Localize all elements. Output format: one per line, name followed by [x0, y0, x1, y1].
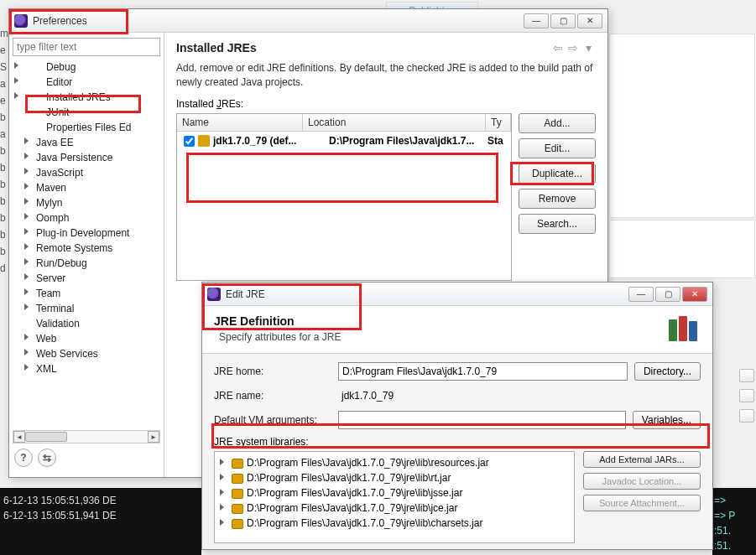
tree-item-team[interactable]: Team	[13, 286, 160, 301]
tree-scrollbar[interactable]: ◄ ►	[13, 430, 160, 443]
tree-item-label: JUnit	[46, 106, 69, 118]
vm-args-input[interactable]	[338, 411, 626, 429]
mini-icon[interactable]	[739, 389, 754, 402]
add-button[interactable]: Add...	[519, 113, 596, 133]
syslib-tree[interactable]: D:\Program Files\Java\jdk1.7.0_79\jre\li…	[214, 451, 575, 543]
edit-jre-title: Edit JRE	[226, 288, 628, 300]
vm-args-label: Default VM arguments:	[214, 414, 331, 426]
tree-item-oomph[interactable]: Oomph	[13, 210, 160, 226]
tree-item-server[interactable]: Server	[13, 271, 160, 286]
expand-icon[interactable]	[24, 303, 29, 310]
col-type[interactable]: Ty	[486, 114, 511, 131]
tree-item-web-services[interactable]: Web Services	[13, 346, 160, 361]
preference-tree[interactable]: DebugEditorInstalled JREsJUnitProperties…	[13, 60, 160, 427]
expand-icon[interactable]	[220, 474, 224, 480]
tree-item-remote-systems[interactable]: Remote Systems	[13, 241, 160, 256]
expand-icon[interactable]	[24, 349, 29, 355]
jar-icon	[232, 459, 243, 469]
tree-item-web[interactable]: Web	[13, 331, 160, 346]
scroll-thumb[interactable]	[25, 432, 67, 442]
expand-icon[interactable]	[24, 228, 29, 235]
expand-icon[interactable]	[24, 258, 29, 265]
tree-item-plug-in-development[interactable]: Plug-in Development	[13, 226, 160, 241]
tree-item-label: Plug-in Development	[36, 227, 129, 239]
expand-icon[interactable]	[24, 137, 29, 144]
expand-icon[interactable]	[14, 77, 18, 84]
variables-button[interactable]: Variables...	[633, 411, 701, 429]
javadoc-location-button[interactable]: Javadoc Location...	[583, 473, 701, 490]
minimize-button[interactable]: —	[628, 287, 654, 302]
close-button[interactable]: ✕	[682, 287, 707, 302]
expand-icon[interactable]	[24, 273, 29, 280]
expand-icon[interactable]	[24, 198, 29, 205]
search-button[interactable]: Search...	[519, 214, 596, 234]
jre-home-input[interactable]	[338, 362, 628, 381]
close-button[interactable]: ✕	[577, 13, 602, 29]
tree-item-xml[interactable]: XML	[13, 361, 160, 376]
tree-item-java-persistence[interactable]: Java Persistence	[13, 150, 160, 165]
lib-item[interactable]: D:\Program Files\Java\jdk1.7.0_79\jre\li…	[218, 470, 571, 485]
tree-item-label: Web	[36, 333, 56, 345]
expand-icon[interactable]	[24, 213, 29, 220]
tree-item-terminal[interactable]: Terminal	[13, 301, 160, 316]
tree-item-javascript[interactable]: JavaScript	[13, 165, 160, 180]
edit-button[interactable]: Edit...	[519, 138, 596, 158]
col-location[interactable]: Location	[303, 114, 486, 131]
scroll-left-icon[interactable]: ◄	[13, 431, 25, 443]
tree-item-installed-jres[interactable]: Installed JREs	[13, 90, 160, 105]
expand-icon[interactable]	[220, 504, 224, 511]
expand-icon[interactable]	[24, 183, 29, 189]
add-external-jars-button[interactable]: Add External JARs...	[583, 451, 701, 468]
tree-item-validation[interactable]: Validation	[13, 316, 160, 331]
maximize-button[interactable]: ▢	[550, 13, 576, 29]
expand-icon[interactable]	[24, 168, 29, 174]
jre-row[interactable]: jdk1.7.0_79 (def... D:\Program Files\Jav…	[177, 132, 511, 151]
filter-input[interactable]	[13, 38, 160, 56]
preferences-titlebar[interactable]: Preferences — ▢ ✕	[9, 9, 607, 33]
tree-item-maven[interactable]: Maven	[13, 180, 160, 195]
jre-checkbox[interactable]	[184, 136, 195, 147]
tree-item-label: Debug	[46, 61, 76, 73]
scroll-right-icon[interactable]: ►	[148, 431, 159, 443]
expand-icon[interactable]	[24, 243, 29, 250]
tree-item-mylyn[interactable]: Mylyn	[13, 195, 160, 210]
edit-jre-titlebar[interactable]: Edit JRE — ▢ ✕	[202, 283, 712, 306]
expand-icon[interactable]	[14, 92, 18, 99]
expand-icon[interactable]	[220, 459, 224, 465]
tree-item-run-debug[interactable]: Run/Debug	[13, 256, 160, 271]
col-name[interactable]: Name	[177, 114, 303, 131]
forward-icon[interactable]: ⇨	[566, 41, 581, 54]
directory-button[interactable]: Directory...	[634, 362, 701, 381]
mini-icon[interactable]	[739, 369, 754, 382]
expand-icon[interactable]	[24, 288, 29, 295]
expand-icon[interactable]	[24, 153, 29, 159]
import-export-button[interactable]: ⇆	[38, 449, 56, 467]
tree-item-label: XML	[36, 363, 57, 375]
tree-item-editor[interactable]: Editor	[13, 75, 160, 90]
lib-item[interactable]: D:\Program Files\Java\jdk1.7.0_79\jre\li…	[218, 516, 571, 531]
expand-icon[interactable]	[220, 489, 224, 495]
source-attachment-button[interactable]: Source Attachment...	[583, 495, 701, 511]
jre-table[interactable]: Name Location Ty jdk1.7.0_79 (def... D:\…	[176, 113, 512, 281]
jre-name-input[interactable]	[338, 387, 701, 404]
lib-item[interactable]: D:\Program Files\Java\jdk1.7.0_79\jre\li…	[218, 501, 571, 516]
books-icon	[667, 313, 702, 345]
help-button[interactable]: ?	[14, 449, 33, 467]
expand-icon[interactable]	[14, 62, 18, 69]
duplicate-button[interactable]: Duplicate...	[519, 163, 596, 184]
lib-item[interactable]: D:\Program Files\Java\jdk1.7.0_79\jre\li…	[218, 485, 571, 501]
lib-item[interactable]: D:\Program Files\Java\jdk1.7.0_79\jre\li…	[218, 455, 571, 470]
maximize-button[interactable]: ▢	[655, 287, 680, 302]
mini-icon[interactable]	[739, 409, 754, 423]
expand-icon[interactable]	[220, 519, 224, 526]
tree-item-properties-files-ed[interactable]: Properties Files Ed	[13, 120, 160, 135]
tree-item-junit[interactable]: JUnit	[13, 105, 160, 120]
menu-icon[interactable]: ▾	[581, 41, 596, 54]
remove-button[interactable]: Remove	[519, 189, 596, 209]
minimize-button[interactable]: —	[524, 13, 549, 29]
expand-icon[interactable]	[24, 364, 29, 371]
expand-icon[interactable]	[24, 334, 29, 340]
back-icon[interactable]: ⇦	[550, 41, 566, 54]
tree-item-java-ee[interactable]: Java EE	[13, 135, 160, 150]
tree-item-debug[interactable]: Debug	[13, 60, 160, 75]
